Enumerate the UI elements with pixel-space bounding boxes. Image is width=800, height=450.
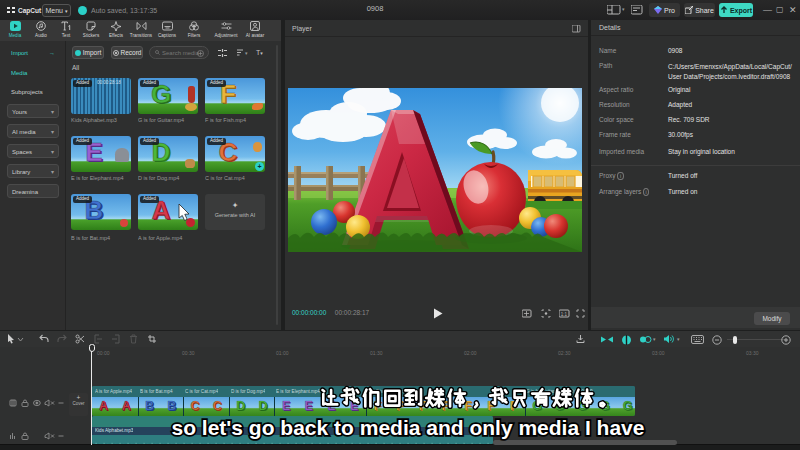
svg-text:so let's go back to media and: so let's go back to media and only media… xyxy=(172,416,645,439)
svg-text:1:1: 1:1 xyxy=(561,312,568,317)
